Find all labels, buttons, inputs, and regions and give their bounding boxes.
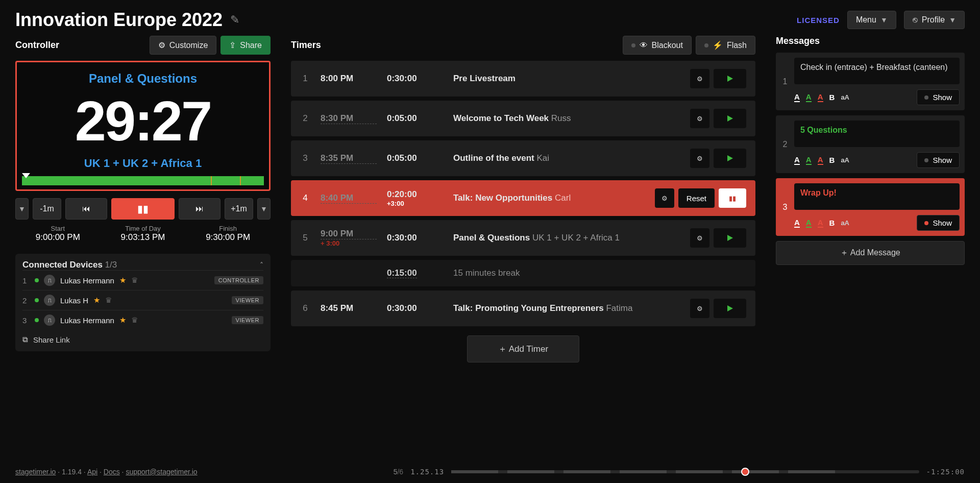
message-index: 3: [776, 178, 794, 236]
prev-button[interactable]: ⏮: [65, 198, 107, 220]
api-link[interactable]: Api: [87, 468, 97, 476]
next-button[interactable]: ⏭: [179, 198, 220, 220]
play-button[interactable]: [714, 228, 746, 248]
scrub-pos: 5/6: [394, 468, 403, 476]
menu-button[interactable]: Menu▼: [847, 11, 896, 29]
start-value: 9:00:00 PM: [36, 232, 80, 243]
add-timer-button[interactable]: ＋ Add Timer: [467, 335, 579, 363]
scrub-left-time: 1.25.13: [410, 468, 444, 476]
edit-title-icon[interactable]: ✎: [230, 13, 239, 27]
timer-index: 6: [300, 303, 310, 313]
timer-index: 5: [300, 233, 310, 243]
timer-start: 9:00 PM: [321, 229, 377, 239]
profile-button[interactable]: ⎋Profile▼: [904, 11, 965, 29]
color-white-button[interactable]: A: [794, 92, 800, 102]
finish-label: Finish: [206, 225, 250, 232]
settings-button[interactable]: ⚙: [690, 149, 709, 168]
bold-button[interactable]: B: [829, 93, 835, 102]
minus-menu-button[interactable]: ▼: [15, 198, 29, 220]
device-row[interactable]: 2 ⎍ Lukas H ★ ♛ VIEWER: [22, 290, 263, 310]
color-white-button[interactable]: A: [794, 155, 800, 165]
timer-row[interactable]: 5 9:00 PM+ 3:000:30:00 Panel & Questions…: [291, 220, 755, 256]
device-index: 2: [22, 296, 30, 305]
bold-button[interactable]: B: [829, 219, 835, 227]
text-size-button[interactable]: aA: [841, 93, 849, 101]
play-icon: [726, 75, 734, 83]
timer-extra: +3:00: [387, 200, 443, 207]
reset-button[interactable]: Reset: [678, 188, 715, 208]
connected-devices-panel: Connected Devices 1/3 ˄ 1 ⎍ Lukas Herman…: [15, 254, 271, 351]
timer-row[interactable]: 4 8:40 PM0:20:00+3:00 Talk: New Opportun…: [291, 180, 755, 216]
play-button[interactable]: [714, 149, 746, 168]
scrub-track[interactable]: [451, 470, 919, 473]
timer-row[interactable]: 1 8:00 PM0:30:00 Pre Livestream ⚙: [291, 61, 755, 96]
preview-subtitle: UK 1 + UK 2 + Africa 1: [22, 157, 264, 170]
text-size-button[interactable]: aA: [841, 219, 849, 227]
timer-duration: 0:30:00: [387, 233, 417, 243]
online-dot-icon: [35, 318, 39, 322]
pause-icon: ▮▮: [137, 203, 149, 215]
show-message-button[interactable]: Show: [917, 215, 960, 231]
play-button[interactable]: [714, 69, 746, 88]
message-text[interactable]: Wrap Up!: [794, 183, 960, 210]
show-message-button[interactable]: Show: [917, 152, 960, 168]
device-row[interactable]: 3 ⎍ Lukas Hermann ★ ♛ VIEWER: [22, 310, 263, 330]
timer-row[interactable]: 6 8:45 PM0:30:00 Talk: Promoting Young E…: [291, 291, 755, 326]
row-pause-button[interactable]: ▮▮: [719, 188, 746, 208]
settings-button[interactable]: ⚙: [690, 228, 709, 248]
avatar-icon: ⎍: [44, 315, 55, 326]
play-button[interactable]: [714, 109, 746, 128]
device-name: Lukas H: [60, 296, 88, 305]
device-name: Lukas Hermann: [60, 316, 114, 325]
text-size-button[interactable]: aA: [841, 156, 849, 164]
minus-1m-button[interactable]: -1m: [33, 198, 61, 220]
svg-marker-4: [727, 305, 733, 311]
flash-label: Flash: [727, 41, 747, 50]
timer-duration: 0:30:00: [387, 303, 417, 313]
show-message-button[interactable]: Show: [917, 89, 960, 105]
timer-speaker: Carl: [555, 193, 571, 203]
flash-button[interactable]: ⚡Flash: [696, 36, 755, 55]
gear-icon: ⚙: [662, 195, 668, 202]
collapse-icon[interactable]: ˄: [260, 261, 263, 269]
color-green-button[interactable]: A: [806, 92, 812, 102]
timer-duration: 0:30:00: [387, 74, 417, 83]
device-row[interactable]: 1 ⎍ Lukas Hermann ★ ♛ CONTROLLER: [22, 270, 263, 290]
settings-button[interactable]: ⚙: [690, 109, 709, 128]
timer-row[interactable]: 2 8:30 PM0:05:00 Welcome to Tech Week Ru…: [291, 101, 755, 136]
timer-duration: 0:05:00: [387, 113, 417, 123]
bold-button[interactable]: B: [829, 156, 835, 164]
plus-1m-button[interactable]: +1m: [225, 198, 253, 220]
play-button[interactable]: [714, 299, 746, 318]
scrub-handle[interactable]: [741, 468, 749, 476]
customize-button[interactable]: ⚙Customize: [150, 36, 217, 55]
share-button[interactable]: ⇪Share: [220, 36, 271, 55]
settings-button[interactable]: ⚙: [690, 299, 709, 318]
gear-icon: ⚙: [697, 155, 703, 162]
plus-menu-button[interactable]: ▼: [257, 198, 271, 220]
show-label: Show: [933, 219, 952, 227]
tod-label: Time of Day: [121, 225, 165, 232]
message-text[interactable]: Check in (entrace) + Breakfast (canteen): [794, 58, 960, 84]
timer-speaker: Kai: [536, 153, 549, 163]
share-link-label: Share Link: [33, 335, 70, 344]
color-red-button[interactable]: A: [818, 155, 823, 165]
support-link[interactable]: support@stagetimer.io: [126, 468, 197, 476]
timer-row[interactable]: 0:15:00 15 minutes break: [291, 260, 755, 286]
blackout-button[interactable]: 👁Blackout: [623, 36, 692, 55]
color-green-button[interactable]: A: [806, 155, 812, 165]
color-red-button[interactable]: A: [818, 92, 823, 102]
site-link[interactable]: stagetimer.io: [15, 468, 56, 476]
timer-row[interactable]: 3 8:35 PM0:05:00 Outline of the event Ka…: [291, 140, 755, 176]
message-text[interactable]: 5 Questions: [794, 120, 960, 147]
color-green-button[interactable]: A: [806, 218, 812, 228]
settings-button[interactable]: ⚙: [655, 188, 674, 208]
color-red-button[interactable]: A: [818, 218, 823, 228]
share-label: Share: [240, 41, 262, 50]
docs-link[interactable]: Docs: [104, 468, 120, 476]
settings-button[interactable]: ⚙: [690, 69, 709, 88]
color-white-button[interactable]: A: [794, 218, 800, 228]
share-link-button[interactable]: ⧉Share Link: [22, 330, 263, 345]
pause-button[interactable]: ▮▮: [111, 198, 175, 220]
add-message-button[interactable]: ＋ Add Message: [776, 241, 965, 265]
